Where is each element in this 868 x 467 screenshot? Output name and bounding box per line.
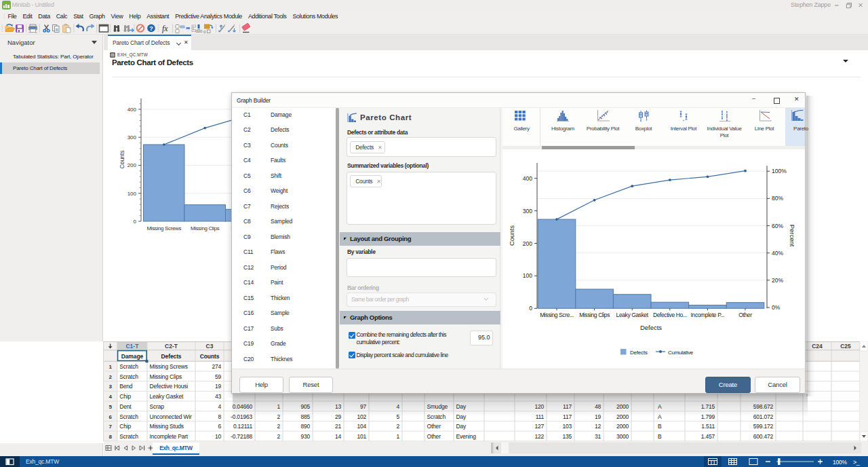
svg-text:12: 12: [595, 423, 601, 430]
svg-text:300: 300: [523, 208, 532, 214]
svg-text:0.12111: 0.12111: [233, 423, 253, 430]
svg-text:43: 43: [215, 393, 222, 400]
svg-text:Defective Housi: Defective Housi: [150, 383, 189, 390]
svg-text:Defective Ho...: Defective Ho...: [653, 312, 687, 318]
svg-text:890: 890: [300, 423, 310, 430]
svg-text:599.172: 599.172: [753, 423, 774, 430]
svg-text:19: 19: [215, 383, 222, 390]
svg-text:Scratch: Scratch: [119, 433, 138, 440]
svg-text:7: 7: [108, 424, 112, 430]
svg-text:100: 100: [127, 191, 137, 197]
svg-text:Missing Scre...: Missing Scre...: [540, 312, 574, 318]
svg-text:Defects: Defects: [640, 324, 662, 331]
svg-text:Day: Day: [456, 423, 467, 430]
svg-text:0: 0: [529, 305, 532, 312]
svg-text:127: 127: [534, 423, 544, 430]
svg-text:?: ?: [149, 25, 153, 32]
svg-text:80%: 80%: [772, 195, 783, 202]
svg-text:C2-T: C2-T: [165, 343, 178, 350]
svg-text:3000: 3000: [616, 433, 629, 440]
svg-text:Defects: Defects: [630, 350, 648, 356]
svg-text:Missing Clips: Missing Clips: [150, 373, 182, 380]
svg-text:10: 10: [215, 433, 222, 440]
svg-text:Leaky Gasket: Leaky Gasket: [150, 393, 184, 400]
svg-text:Other: Other: [738, 312, 752, 318]
svg-text:Missing Studs: Missing Studs: [150, 423, 184, 430]
svg-text:100%: 100%: [833, 459, 848, 466]
svg-text:Missing Screws: Missing Screws: [146, 225, 181, 231]
svg-text:Leaky Gasket: Leaky Gasket: [616, 312, 649, 318]
svg-text:Bend: Bend: [119, 383, 133, 390]
svg-text:>_: >_: [853, 459, 861, 466]
svg-text:Scrap: Scrap: [150, 403, 165, 410]
svg-text:100: 100: [523, 272, 532, 279]
svg-text:C25: C25: [840, 343, 851, 350]
svg-text:2: 2: [396, 423, 399, 430]
svg-text:135: 135: [562, 433, 572, 440]
svg-text:Counts: Counts: [119, 151, 125, 169]
svg-text:100%: 100%: [772, 168, 787, 174]
svg-text:0: 0: [200, 29, 203, 33]
svg-text:20%: 20%: [772, 277, 783, 284]
svg-text:Scratch: Scratch: [119, 413, 138, 420]
svg-text:400: 400: [523, 175, 532, 182]
svg-text:2000: 2000: [616, 423, 629, 430]
svg-text:8: 8: [218, 413, 221, 420]
svg-text:fx: fx: [162, 24, 168, 33]
svg-text:122: 122: [534, 433, 544, 440]
svg-text:14: 14: [335, 433, 342, 440]
svg-text:4: 4: [218, 403, 221, 410]
svg-text:-0.72188: -0.72188: [231, 433, 252, 440]
svg-text:Counts: Counts: [200, 353, 220, 360]
svg-text:59: 59: [215, 373, 222, 380]
svg-text:5: 5: [108, 404, 112, 410]
svg-text:104: 104: [357, 423, 366, 430]
svg-text:0: 0: [134, 219, 137, 225]
svg-text:Missing Screws: Missing Screws: [150, 363, 188, 370]
svg-text:600.472: 600.472: [753, 433, 774, 440]
svg-text:0: 0: [203, 30, 206, 34]
svg-text:Chip: Chip: [119, 423, 131, 430]
svg-text:Scratch: Scratch: [119, 363, 138, 370]
svg-text:101: 101: [357, 433, 366, 440]
svg-text:Missing Clips: Missing Clips: [191, 225, 220, 231]
svg-text:103: 103: [562, 423, 572, 430]
svg-text:300: 300: [127, 134, 137, 141]
svg-text:Incomplete Part: Incomplete Part: [150, 433, 189, 440]
svg-text:B: B: [658, 423, 662, 430]
svg-text:3: 3: [108, 384, 112, 390]
svg-text:1.511: 1.511: [701, 423, 715, 430]
svg-text:Cumulative: Cumulative: [668, 350, 694, 356]
svg-text:0%: 0%: [772, 304, 781, 311]
svg-text:40%: 40%: [772, 250, 783, 257]
svg-text:C1-T: C1-T: [125, 343, 139, 350]
svg-text:200: 200: [523, 240, 532, 247]
svg-text:31: 31: [595, 433, 601, 440]
svg-text:1: 1: [108, 364, 112, 370]
svg-text:60%: 60%: [772, 223, 783, 229]
svg-text:Damage: Damage: [121, 353, 144, 360]
svg-text:B: B: [658, 433, 662, 440]
svg-text:6: 6: [218, 423, 221, 430]
svg-text:4: 4: [108, 394, 112, 400]
svg-text:930: 930: [300, 433, 310, 440]
svg-text:400: 400: [127, 107, 137, 113]
svg-text:Chip: Chip: [119, 393, 131, 400]
svg-text:8: 8: [108, 434, 112, 440]
svg-text:21: 21: [335, 423, 342, 430]
svg-text:Counts: Counts: [508, 225, 515, 246]
svg-text:6: 6: [108, 414, 112, 420]
svg-text:Evening: Evening: [456, 433, 477, 440]
svg-text:C3: C3: [206, 343, 214, 350]
svg-text:Other: Other: [427, 433, 441, 440]
svg-text:1: 1: [396, 433, 399, 440]
svg-text:Percent: Percent: [789, 225, 796, 247]
svg-text:Defects: Defects: [161, 353, 181, 360]
svg-text:Dent: Dent: [119, 403, 132, 410]
svg-text:Incomplete P...: Incomplete P...: [691, 312, 725, 318]
svg-text:Scratch: Scratch: [119, 373, 138, 380]
svg-text:Other: Other: [427, 423, 441, 430]
svg-text:2: 2: [277, 423, 280, 430]
svg-text:2: 2: [108, 374, 112, 380]
svg-text:2: 2: [277, 433, 280, 440]
